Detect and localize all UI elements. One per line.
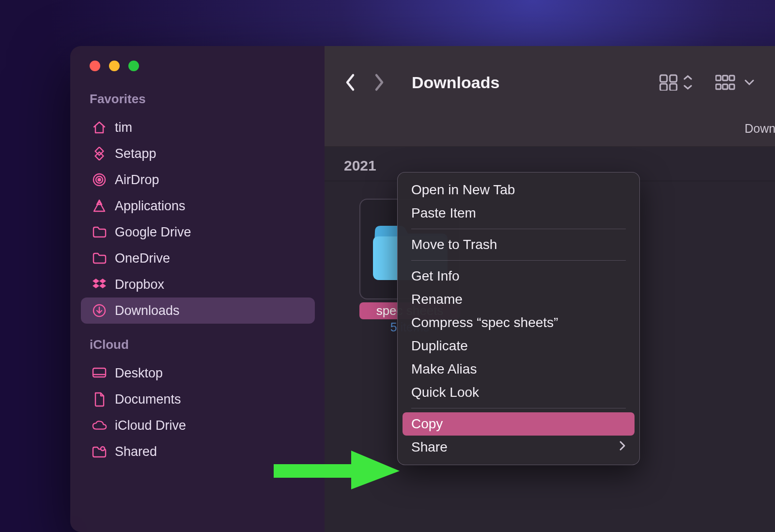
menu-item-open-in-new-tab[interactable]: Open in New Tab [403,178,635,202]
chevron-right-icon [619,440,626,454]
sidebar-item-label: tim [115,120,132,135]
svg-marker-7 [93,283,99,288]
minimize-window-button[interactable] [109,61,120,71]
svg-rect-19 [729,76,734,80]
sidebar-item-label: Dropbox [115,277,164,292]
svg-rect-10 [93,368,106,377]
sidebar-item-setapp[interactable]: Setapp [81,141,315,167]
menu-item-label: Get Info [411,268,460,284]
menu-separator [411,408,626,408]
menu-separator [411,260,626,261]
cloud-icon [92,418,107,433]
menu-item-label: Open in New Tab [411,182,515,198]
menu-item-label: Compress “spec sheets” [411,315,558,330]
sidebar-item-label: Downloads [115,303,180,318]
apps-icon [92,198,107,214]
svg-rect-13 [660,75,667,82]
diamond-icon [92,146,107,161]
view-icons-button[interactable] [659,74,694,91]
folder-icon [92,224,107,240]
menu-item-label: Share [411,439,448,455]
menu-item-quick-look[interactable]: Quick Look [403,381,635,404]
close-window-button[interactable] [90,61,100,71]
window-title: Downloads [412,73,655,92]
menu-item-compress-spec-sheets[interactable]: Compress “spec sheets” [403,311,635,334]
sidebar-item-dropbox[interactable]: Dropbox [81,271,315,297]
path-location[interactable]: Downloads [744,122,775,136]
sidebar-item-label: Applications [115,199,186,214]
svg-rect-14 [670,75,677,82]
menu-item-label: Copy [411,416,443,432]
nav-buttons [344,73,386,92]
menu-item-label: Make Alias [411,361,477,377]
toolbar: Downloads [325,46,775,119]
sidebar-item-documents[interactable]: Documents [81,386,315,412]
desktop-icon [92,365,107,381]
menu-item-label: Quick Look [411,385,479,400]
sidebar-section-title: Favorites [81,92,315,107]
nav-back-button[interactable] [344,73,356,92]
window-controls [81,61,315,71]
sidebar-item-label: Shared [115,444,157,459]
path-bar: Downloads [325,119,775,147]
svg-marker-6 [99,279,106,283]
svg-marker-5 [93,279,99,283]
folder-icon [92,250,107,266]
menu-item-get-info[interactable]: Get Info [403,265,635,288]
svg-rect-21 [723,84,728,89]
svg-point-12 [101,447,105,451]
menu-item-label: Duplicate [411,338,468,354]
sidebar-section-title: iCloud [81,337,315,352]
home-icon [92,120,107,135]
sidebar-item-shared[interactable]: Shared [81,438,315,465]
shared-icon [92,444,107,459]
menu-item-make-alias[interactable]: Make Alias [403,358,635,381]
menu-item-move-to-trash[interactable]: Move to Trash [403,233,635,256]
sidebar-item-tim[interactable]: tim [81,114,315,141]
menu-item-label: Paste Item [411,205,476,221]
menu-item-label: Rename [411,292,463,307]
view-groups-button[interactable] [715,74,757,91]
sidebar-item-icloud-drive[interactable]: iCloud Drive [81,412,315,438]
sidebar-item-label: iCloud Drive [115,418,186,433]
svg-marker-8 [99,283,106,288]
sidebar-item-desktop[interactable]: Desktop [81,360,315,386]
svg-point-4 [98,179,101,181]
dropbox-icon [92,277,107,292]
menu-item-share[interactable]: Share [403,436,635,459]
sidebar-item-label: AirDrop [115,172,159,188]
sidebar-item-airdrop[interactable]: AirDrop [81,167,315,193]
airdrop-icon [92,172,107,188]
context-menu: Open in New TabPaste ItemMove to TrashGe… [397,172,640,465]
menu-item-paste-item[interactable]: Paste Item [403,202,635,225]
svg-rect-20 [716,84,721,89]
svg-rect-16 [670,84,677,91]
sidebar-item-label: Setapp [115,146,156,161]
download-icon [92,303,107,318]
menu-item-rename[interactable]: Rename [403,288,635,311]
sidebar-item-google-drive[interactable]: Google Drive [81,219,315,245]
svg-rect-17 [716,76,721,80]
maximize-window-button[interactable] [128,61,139,71]
sidebar-item-applications[interactable]: Applications [81,193,315,219]
svg-rect-18 [723,76,728,80]
svg-rect-15 [660,84,667,91]
sidebar-item-label: Desktop [115,366,163,381]
menu-item-label: Move to Trash [411,237,497,252]
svg-rect-22 [729,84,734,89]
menu-item-duplicate[interactable]: Duplicate [403,334,635,358]
menu-item-copy[interactable]: Copy [403,412,635,436]
doc-icon [92,391,107,407]
sidebar-item-label: Documents [115,392,181,407]
nav-forward-button[interactable] [374,73,386,92]
sidebar-item-label: Google Drive [115,225,191,240]
menu-separator [411,229,626,229]
sidebar-item-downloads[interactable]: Downloads [81,297,315,324]
sidebar: FavoritestimSetappAirDropApplicationsGoo… [70,46,325,532]
sidebar-item-onedrive[interactable]: OneDrive [81,245,315,271]
sidebar-item-label: OneDrive [115,251,170,266]
